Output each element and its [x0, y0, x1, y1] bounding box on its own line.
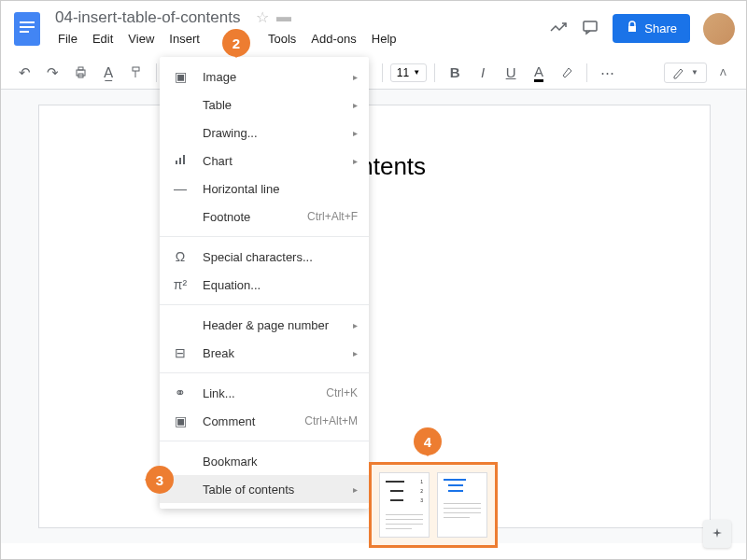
submenu-arrow-icon: ▸: [353, 484, 358, 495]
print-button[interactable]: [68, 61, 92, 85]
callout-2: 2: [222, 29, 250, 57]
menu-item-drawing[interactable]: Drawing... ▸: [160, 119, 369, 147]
toc-submenu: 1 2 3: [369, 462, 498, 548]
menu-item-hline[interactable]: — Horizontal line: [160, 175, 369, 203]
omega-icon: Ω: [171, 249, 190, 264]
more-button[interactable]: ⋯: [595, 61, 619, 85]
image-icon: ▣: [171, 69, 190, 84]
separator: [160, 372, 369, 373]
pi-icon: π²: [171, 277, 190, 292]
svg-rect-5: [628, 26, 636, 32]
svg-rect-1: [20, 21, 35, 23]
separator: [434, 63, 435, 82]
folder-icon[interactable]: ▬: [276, 8, 291, 26]
separator: [586, 63, 587, 82]
insert-dropdown: ▣ Image ▸ Table ▸ Drawing... ▸ Chart ▸ —…: [160, 57, 369, 509]
highlight-button[interactable]: [555, 61, 579, 85]
paint-format-button[interactable]: [124, 61, 148, 85]
menu-tools[interactable]: Tools: [261, 29, 303, 49]
menu-item-header[interactable]: Header & page number ▸: [160, 311, 369, 339]
separator: [382, 63, 383, 82]
callout-4: 4: [414, 427, 442, 455]
menu-view[interactable]: View: [121, 29, 161, 49]
text-color-button[interactable]: A: [527, 61, 551, 85]
chart-icon: [171, 153, 190, 169]
menu-item-image[interactable]: ▣ Image ▸: [160, 63, 369, 91]
menu-item-comment[interactable]: ▣ Comment Ctrl+Alt+M: [160, 407, 369, 435]
menu-item-toc[interactable]: Table of contents ▸: [160, 475, 369, 503]
menu-help[interactable]: Help: [365, 29, 403, 49]
undo-button[interactable]: ↶: [12, 61, 36, 85]
star-icon[interactable]: ☆: [256, 8, 269, 26]
menu-item-break[interactable]: ⊟ Break ▸: [160, 339, 369, 367]
underline-button[interactable]: U: [499, 61, 523, 85]
svg-rect-9: [133, 67, 139, 71]
svg-rect-6: [77, 70, 85, 76]
submenu-arrow-icon: ▸: [353, 128, 358, 138]
toc-option-links[interactable]: [437, 472, 487, 538]
svg-rect-4: [584, 21, 597, 31]
menu-edit[interactable]: Edit: [86, 29, 120, 49]
submenu-arrow-icon: ▸: [353, 156, 358, 166]
menu-item-table[interactable]: Table ▸: [160, 91, 369, 119]
submenu-arrow-icon: ▸: [353, 320, 358, 330]
svg-rect-2: [20, 26, 35, 28]
italic-button[interactable]: I: [471, 61, 495, 85]
docs-logo-icon[interactable]: [12, 10, 42, 48]
submenu-arrow-icon: ▸: [353, 72, 358, 82]
toolbar: ↶ ↷ A̲ 11 ▼ B I U A ⋯ ▼ ᐱ: [1, 56, 746, 90]
comments-icon[interactable]: [581, 18, 599, 40]
toc-option-numbers[interactable]: 1 2 3: [379, 472, 430, 538]
menu-file[interactable]: File: [51, 29, 84, 49]
svg-rect-0: [14, 12, 40, 46]
menu-item-footnote[interactable]: Footnote Ctrl+Alt+F: [160, 203, 369, 231]
lock-icon: [626, 21, 639, 36]
share-button[interactable]: Share: [613, 14, 690, 43]
spellcheck-button[interactable]: A̲: [96, 61, 120, 85]
editing-mode-button[interactable]: ▼: [664, 63, 707, 83]
user-avatar[interactable]: [703, 13, 735, 45]
redo-button[interactable]: ↷: [40, 61, 64, 85]
menubar: File Edit View Insert Format Tools Add-o…: [51, 29, 549, 49]
submenu-arrow-icon: ▸: [353, 100, 358, 110]
separator: [160, 441, 369, 441]
menu-item-chart[interactable]: Chart ▸: [160, 147, 369, 175]
separator: [160, 236, 369, 237]
menu-addons[interactable]: Add-ons: [304, 29, 362, 49]
comment-icon: ▣: [171, 413, 190, 428]
callout-3: 3: [146, 466, 174, 494]
expand-button[interactable]: ᐱ: [711, 61, 735, 85]
svg-rect-7: [78, 67, 83, 70]
bold-button[interactable]: B: [443, 61, 467, 85]
share-label: Share: [644, 21, 677, 35]
activity-icon[interactable]: [549, 18, 568, 40]
font-size-selector[interactable]: 11 ▼: [390, 63, 427, 82]
svg-rect-10: [176, 161, 177, 164]
menu-item-link[interactable]: ⚭ Link... Ctrl+K: [160, 379, 369, 407]
menu-item-bookmark[interactable]: Bookmark: [160, 447, 369, 475]
svg-rect-3: [20, 31, 29, 33]
menu-item-special-chars[interactable]: Ω Special characters...: [160, 243, 369, 271]
svg-rect-12: [183, 155, 185, 164]
explore-button[interactable]: [703, 520, 731, 548]
document-heading: Contents: [329, 152, 654, 181]
separator: [156, 63, 157, 82]
submenu-arrow-icon: ▸: [353, 348, 358, 358]
link-icon: ⚭: [171, 385, 190, 400]
document-title[interactable]: 04-insert-table-of-contents: [51, 7, 244, 28]
line-icon: —: [171, 181, 190, 196]
separator: [160, 304, 369, 305]
svg-rect-11: [179, 158, 181, 164]
menu-item-equation[interactable]: π² Equation...: [160, 271, 369, 299]
break-icon: ⊟: [171, 345, 190, 360]
menu-insert[interactable]: Insert: [162, 29, 206, 49]
